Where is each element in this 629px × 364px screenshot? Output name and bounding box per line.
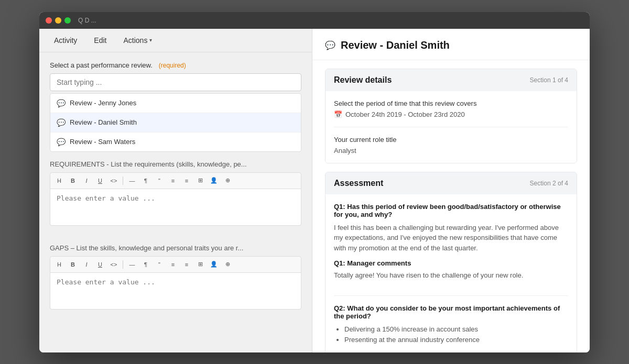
gaps-toolbar-list[interactable]: ≡ bbox=[167, 259, 179, 270]
field-role: Your current role title Analyst bbox=[334, 136, 568, 155]
gaps-toolbar-para[interactable]: ¶ bbox=[140, 259, 151, 270]
section-card-2: Assessment Section 2 of 4 Q1: Has this p… bbox=[325, 172, 577, 352]
chevron-down-icon: ▾ bbox=[149, 37, 152, 43]
left-nav: Activity Edit Actions ▾ bbox=[39, 29, 312, 52]
select-label: Select a past performance review. bbox=[50, 61, 153, 69]
dropdown-list: 💬 Review - Jenny Jones 💬 Review - Daniel… bbox=[50, 93, 301, 152]
gaps-toolbar-u[interactable]: U bbox=[94, 259, 106, 270]
review-icon: 💬 bbox=[325, 40, 335, 50]
section1-header: Review details Section 1 of 4 bbox=[326, 69, 577, 91]
right-header: 💬 Review - Daniel Smith bbox=[312, 29, 590, 60]
toolbar-dash[interactable]: — bbox=[126, 175, 138, 186]
gaps-toolbar-dash[interactable]: — bbox=[126, 259, 138, 270]
toolbar-plus[interactable]: ⊕ bbox=[222, 175, 233, 186]
comment-icon-jenny: 💬 bbox=[57, 99, 66, 107]
toolbar-grid[interactable]: ⊞ bbox=[194, 175, 206, 186]
required-badge: (required) bbox=[159, 62, 186, 69]
gaps-textarea[interactable] bbox=[50, 273, 301, 310]
gaps-label: GAPS – List the skills, knowledge and pe… bbox=[50, 244, 301, 252]
gaps-toolbar-code[interactable]: <> bbox=[108, 259, 120, 270]
section2-title: Assessment bbox=[334, 179, 383, 188]
requirements-toolbar: H B I U <> — ¶ " ≡ ≡ ⊞ 👤 ⊕ bbox=[50, 172, 301, 189]
close-dot[interactable] bbox=[46, 17, 52, 24]
left-body: Select a past performance review. (requi… bbox=[39, 52, 312, 352]
section-card-1: Review details Section 1 of 4 Select the… bbox=[325, 69, 577, 163]
gaps-toolbar: H B I U <> — ¶ " ≡ ≡ ⊞ 👤 ⊕ bbox=[50, 256, 301, 273]
toolbar-i[interactable]: I bbox=[81, 175, 92, 186]
list-item-jenny[interactable]: 💬 Review - Jenny Jones bbox=[50, 94, 301, 113]
toolbar-list2[interactable]: ≡ bbox=[181, 175, 192, 186]
period-label: Select the period of time that this revi… bbox=[334, 100, 568, 107]
maximize-dot[interactable] bbox=[64, 17, 71, 24]
select-label-row: Select a past performance review. (requi… bbox=[50, 61, 301, 69]
comment-icon-sam: 💬 bbox=[57, 138, 66, 146]
period-date: October 24th 2019 - October 23rd 2020 bbox=[345, 111, 465, 118]
minimize-dot[interactable] bbox=[55, 17, 61, 24]
gaps-toolbar-i[interactable]: I bbox=[81, 259, 92, 270]
main-content: Activity Edit Actions ▾ Select a past pe… bbox=[39, 29, 590, 352]
gaps-toolbar-h[interactable]: H bbox=[53, 259, 65, 270]
q1-manager-label: Q1: Manager comments bbox=[334, 259, 568, 267]
q1-text: I feel this has been a challenging but r… bbox=[334, 223, 568, 253]
role-label: Your current role title bbox=[334, 136, 568, 144]
toolbar-quote[interactable]: " bbox=[154, 175, 165, 186]
gaps-toolbar-b[interactable]: B bbox=[67, 259, 79, 270]
right-panel: 💬 Review - Daniel Smith Review details S… bbox=[312, 29, 590, 352]
section2-count: Section 2 of 4 bbox=[530, 180, 568, 187]
q2-label: Q2: What do you consider to be your most… bbox=[334, 304, 568, 320]
section1-count: Section 1 of 4 bbox=[530, 76, 568, 84]
section1-title: Review details bbox=[334, 75, 392, 85]
toolbar-h[interactable]: H bbox=[53, 175, 65, 186]
section2-header: Assessment Section 2 of 4 bbox=[326, 172, 577, 194]
nav-actions[interactable]: Actions ▾ bbox=[115, 29, 160, 52]
gaps-toolbar-list2[interactable]: ≡ bbox=[181, 259, 192, 270]
toolbar-b[interactable]: B bbox=[67, 175, 79, 186]
title-bar: Q D ... bbox=[39, 12, 590, 29]
toolbar-code[interactable]: <> bbox=[108, 175, 120, 186]
q1-manager-text: Totally agree! You have risen to the cha… bbox=[334, 270, 568, 281]
requirements-textarea[interactable] bbox=[50, 189, 301, 226]
role-value: Analyst bbox=[334, 147, 568, 155]
right-body: Review details Section 1 of 4 Select the… bbox=[312, 60, 590, 352]
list-item-sam[interactable]: 💬 Review - Sam Waters bbox=[50, 133, 301, 151]
period-value: 📅 October 24th 2019 - October 23rd 2020 bbox=[334, 111, 568, 118]
outer-window: Q D ... Activity Edit Actions ▾ Select a… bbox=[39, 12, 590, 352]
gaps-toolbar-grid[interactable]: ⊞ bbox=[194, 259, 206, 270]
section2-body: Q1: Has this period of review been good/… bbox=[326, 194, 577, 352]
right-title: Review - Daniel Smith bbox=[341, 39, 450, 51]
gaps-toolbar-sep1 bbox=[123, 260, 123, 269]
toolbar-user[interactable]: 👤 bbox=[208, 175, 220, 186]
calendar-icon: 📅 bbox=[334, 111, 342, 118]
gaps-toolbar-quote[interactable]: " bbox=[154, 259, 165, 270]
jenny-label: Review - Jenny Jones bbox=[70, 99, 136, 107]
nav-activity[interactable]: Activity bbox=[46, 29, 85, 52]
requirements-label: REQUIREMENTS - List the requirements (sk… bbox=[50, 160, 301, 168]
q1-label: Q1: Has this period of review been good/… bbox=[334, 203, 568, 218]
list-item-daniel[interactable]: 💬 Review - Daniel Smith bbox=[50, 113, 301, 133]
bullet-1: Delivering a 150% increase in account sa… bbox=[344, 324, 568, 335]
search-input[interactable] bbox=[50, 73, 301, 91]
toolbar-list[interactable]: ≡ bbox=[167, 175, 179, 186]
gaps-toolbar-plus[interactable]: ⊕ bbox=[222, 259, 233, 270]
gaps-section: GAPS – List the skills, knowledge and pe… bbox=[50, 244, 301, 319]
nav-edit[interactable]: Edit bbox=[85, 29, 115, 52]
left-panel: Activity Edit Actions ▾ Select a past pe… bbox=[39, 29, 312, 352]
gaps-toolbar-user[interactable]: 👤 bbox=[208, 259, 220, 270]
comment-icon-daniel: 💬 bbox=[57, 118, 66, 127]
daniel-label: Review - Daniel Smith bbox=[70, 118, 137, 126]
toolbar-sep1 bbox=[123, 177, 123, 185]
q2-block: Q2: What do you consider to be your most… bbox=[334, 304, 568, 346]
section1-body: Select the period of time that this revi… bbox=[326, 91, 577, 163]
sam-label: Review - Sam Waters bbox=[70, 138, 135, 146]
toolbar-u[interactable]: U bbox=[94, 175, 106, 186]
bullet-2: Presenting at the annual industry confer… bbox=[344, 335, 568, 346]
q2-bullets: Delivering a 150% increase in account sa… bbox=[334, 324, 568, 346]
q1-block: Q1: Has this period of review been good/… bbox=[334, 203, 568, 296]
title-bar-text: Q D ... bbox=[78, 17, 96, 24]
field-period: Select the period of time that this revi… bbox=[334, 100, 568, 127]
toolbar-para[interactable]: ¶ bbox=[140, 175, 151, 186]
